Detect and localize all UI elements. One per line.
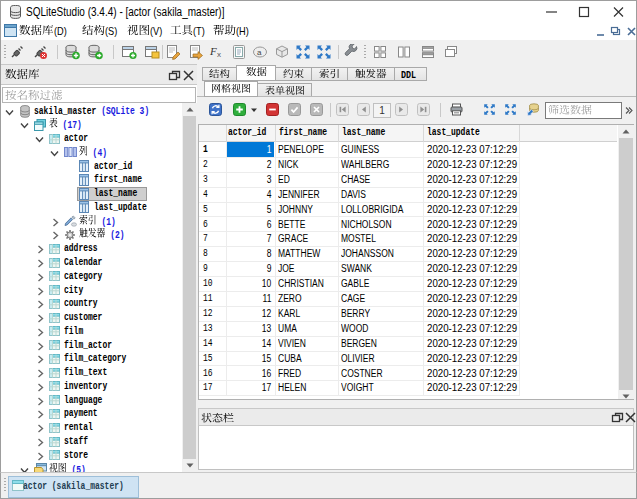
svg-text:x: x: [217, 50, 221, 59]
svg-text:a: a: [257, 48, 262, 57]
svg-text:F: F: [209, 45, 217, 57]
